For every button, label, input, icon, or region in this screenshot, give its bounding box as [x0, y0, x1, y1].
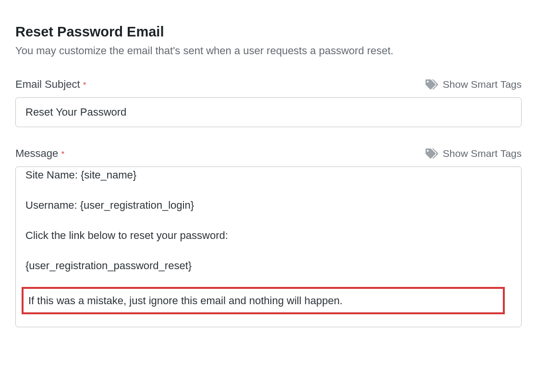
- message-label: Message: [15, 147, 58, 159]
- message-line: Username: {user_registration_login}: [25, 197, 512, 213]
- section-description: You may customize the email that's sent …: [15, 44, 522, 58]
- email-subject-header: Email Subject * Show Smart Tags: [15, 78, 522, 91]
- message-editor[interactable]: Site Name: {site_name} Username: {user_r…: [15, 166, 522, 327]
- show-smart-tags-link-subject[interactable]: Show Smart Tags: [426, 78, 522, 91]
- message-line: If this was a mistake, just ignore this …: [28, 293, 498, 309]
- message-line: Click the link below to reset your passw…: [25, 227, 512, 243]
- email-subject-input[interactable]: [15, 97, 522, 128]
- email-subject-label: Email Subject: [15, 78, 80, 90]
- message-header: Message * Show Smart Tags: [15, 147, 522, 160]
- show-smart-tags-label: Show Smart Tags: [443, 148, 522, 159]
- email-subject-field-group: Email Subject * Show Smart Tags: [15, 78, 522, 128]
- required-mark: *: [61, 150, 64, 158]
- annotation-highlight: If this was a mistake, just ignore this …: [22, 287, 505, 314]
- message-line: {user_registration_password_reset}: [25, 258, 512, 273]
- show-smart-tags-label: Show Smart Tags: [443, 79, 522, 90]
- tags-icon: [426, 78, 438, 91]
- section-title: Reset Password Email: [15, 24, 522, 40]
- message-field-group: Message * Show Smart Tags Site Name: {si…: [15, 147, 522, 327]
- required-mark: *: [83, 81, 86, 89]
- message-line: Site Name: {site_name}: [25, 167, 512, 183]
- tags-icon: [426, 147, 438, 160]
- show-smart-tags-link-message[interactable]: Show Smart Tags: [426, 147, 522, 160]
